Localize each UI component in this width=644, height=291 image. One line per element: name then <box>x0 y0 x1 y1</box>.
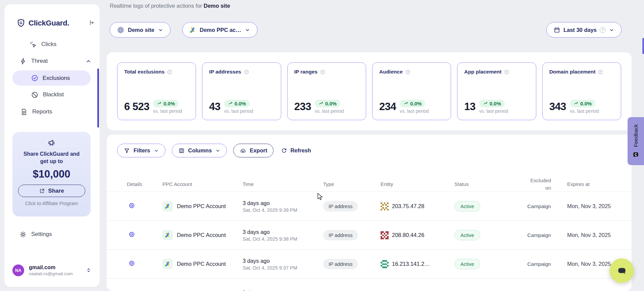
ppc-account-selector[interactable]: Demo PPC ac… <box>182 22 257 38</box>
col-header-details: Details <box>117 181 162 187</box>
sidebar-collapse-icon[interactable] <box>88 19 95 26</box>
sidebar-item-blacklist[interactable]: Blacklist <box>31 88 64 101</box>
status-badge: Active <box>454 259 480 269</box>
trend-up-icon <box>157 101 162 106</box>
table-header-row: Details PPC Account Time Type Entity Sta… <box>107 177 632 192</box>
avatar: NA <box>12 264 24 276</box>
time-absolute: Sat, Oct 4, 2025 9:37 PM <box>243 265 323 271</box>
stat-sub: vs. last period <box>479 108 508 114</box>
help-icon[interactable] <box>598 69 603 75</box>
eye-icon <box>128 231 135 238</box>
sidebar-item-label: Blacklist <box>43 91 64 98</box>
export-button-label: Export <box>250 147 267 154</box>
type-badge: IP address <box>323 230 358 240</box>
stat-sub: vs. last period <box>570 108 599 114</box>
google-ads-icon <box>162 259 173 269</box>
page-subtitle-site: Demo site <box>204 3 230 9</box>
col-header-ppc-account: PPC Account <box>162 181 243 187</box>
sidebar-scrollbar-thumb[interactable] <box>97 68 99 128</box>
sidebar-item-settings[interactable]: Settings <box>19 228 52 241</box>
share-button[interactable]: Share <box>18 185 85 197</box>
columns-button[interactable]: Columns <box>172 144 227 157</box>
expires-at-value: Mon, Nov 3, 2025 <box>567 203 621 209</box>
stats-panel: Total exclusions 6 523 0.0% vs. last per… <box>107 52 632 130</box>
time-absolute: Sat, Oct 4, 2025 9:39 PM <box>243 207 323 213</box>
logo-text: ClickGuard. <box>29 19 69 28</box>
trend-up-icon <box>483 101 488 106</box>
clickguard-logo-icon <box>16 18 26 28</box>
sidebar-item-label: Exclusions <box>43 75 70 82</box>
stat-value: 43 <box>209 101 220 113</box>
page-scrollbar-thumb[interactable] <box>642 38 644 54</box>
stat-change: 0.0% <box>410 101 422 106</box>
sidebar: ClickGuard. Clicks Threat Exclusions Bla… <box>4 4 100 287</box>
export-button[interactable]: Export <box>233 144 274 157</box>
site-selector[interactable]: Demo site <box>110 22 170 38</box>
columns-button-label: Columns <box>188 147 212 154</box>
sidebar-item-label: Clicks <box>41 41 56 48</box>
feedback-label: Feedback <box>633 124 639 147</box>
table-row-partial: 3 days ago <box>107 278 632 291</box>
view-details-button[interactable] <box>128 260 135 267</box>
logo: ClickGuard. <box>16 18 69 28</box>
view-details-button[interactable] <box>128 202 135 209</box>
ppc-account-name: Demo PPC Account <box>177 261 226 267</box>
share-button-label: Share <box>48 188 64 194</box>
help-icon[interactable] <box>405 69 411 75</box>
table-toolbar: Filters Columns Export Refresh <box>107 135 632 157</box>
stat-value: 343 <box>549 101 566 113</box>
expires-at-value: Mon, Nov 3, 2025 <box>567 232 621 238</box>
user-account-menu[interactable]: NA gmail.com naatali.ro@gmail.com <box>12 264 92 276</box>
eye-icon <box>128 260 135 267</box>
filters-button[interactable]: Filters <box>117 144 165 157</box>
refresh-icon <box>281 147 287 154</box>
badge-check-icon <box>31 74 39 82</box>
affiliate-promo-card[interactable]: Share ClickGuard and get up to $10,000 S… <box>12 132 91 216</box>
chevron-up-icon <box>85 58 92 64</box>
help-icon[interactable] <box>244 69 249 75</box>
chevron-down-icon <box>215 148 220 153</box>
feedback-tab[interactable]: Feedback <box>628 117 644 165</box>
time-relative: 3 days ago <box>243 258 323 264</box>
table-row: Demo PPC Account 3 days agoSat, Oct 4, 2… <box>107 192 632 221</box>
help-icon[interactable] <box>504 69 509 75</box>
stat-ip-ranges: IP ranges 233 0.0% vs. last period <box>287 62 366 120</box>
trend-up-icon <box>228 101 233 106</box>
entity-value: 203.75.47.28 <box>392 203 424 209</box>
col-header-status: Status <box>454 181 524 187</box>
date-range-selector[interactable]: Last 30 days ? <box>546 22 622 38</box>
help-icon[interactable] <box>320 69 326 75</box>
ban-icon <box>31 91 39 99</box>
trend-up-icon <box>318 101 324 106</box>
stat-change: 0.0% <box>235 101 246 106</box>
sidebar-item-threat[interactable]: Threat <box>19 54 92 68</box>
stat-value: 234 <box>379 101 396 113</box>
refresh-button-label: Refresh <box>290 147 311 154</box>
refresh-button[interactable]: Refresh <box>281 147 311 154</box>
sidebar-item-reports[interactable]: Reports <box>20 105 52 118</box>
status-badge: Active <box>454 201 480 211</box>
cursor-click-icon <box>29 41 37 48</box>
ppc-account-name: Demo PPC Account <box>177 232 226 238</box>
stat-sub: vs. last period <box>153 108 182 114</box>
stat-value: 233 <box>294 101 311 113</box>
table-row: Demo PPC Account 3 days agoSat, Oct 4, 2… <box>107 221 632 249</box>
chevron-down-icon <box>154 148 159 153</box>
entity-identicon <box>381 202 389 210</box>
help-icon[interactable] <box>167 69 172 75</box>
stat-sub: vs. last period <box>224 108 253 114</box>
date-range-value: Last 30 days <box>563 27 597 33</box>
sidebar-item-clicks[interactable]: Clicks <box>29 38 56 51</box>
chat-bubble-icon <box>616 265 628 277</box>
chevron-down-icon <box>158 27 163 33</box>
stat-label: App placement <box>464 69 501 75</box>
user-email: naatali.ro@gmail.com <box>29 271 73 276</box>
trend-up-icon <box>574 101 579 106</box>
chat-launcher-button[interactable] <box>609 258 634 283</box>
sidebar-item-exclusions[interactable]: Exclusions <box>12 70 91 86</box>
stat-label: Audience <box>379 69 403 75</box>
entity-identicon <box>381 260 389 268</box>
exclusions-log-panel: Filters Columns Export Refresh Details P… <box>107 135 632 291</box>
view-details-button[interactable] <box>128 231 135 238</box>
table-row: Demo PPC Account 3 days agoSat, Oct 4, 2… <box>107 249 632 278</box>
